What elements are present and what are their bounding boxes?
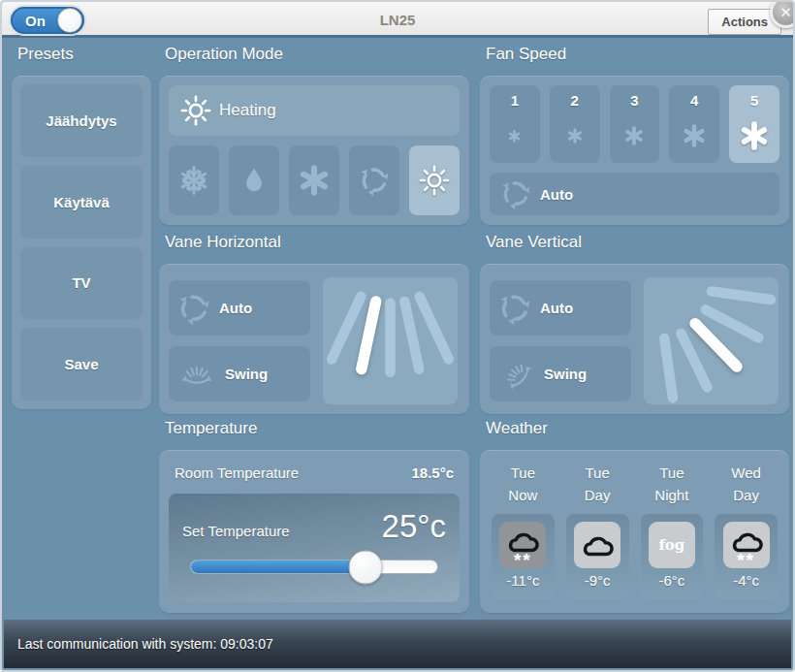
vane-bar[interactable]: [712, 291, 771, 300]
vane-vertical-title: Vane Vertical: [486, 233, 789, 254]
asterisk-icon: [740, 109, 769, 163]
vane-vertical-auto-button[interactable]: Auto: [490, 280, 631, 336]
vane-vertical-swing-button[interactable]: Swing: [490, 346, 631, 401]
fan-auto-button[interactable]: Auto: [490, 173, 779, 215]
fan-speed-button-5[interactable]: 5: [729, 85, 779, 163]
asterisk-icon: [683, 109, 706, 163]
weather-title: Weather: [486, 419, 789, 440]
temperature-slider[interactable]: [190, 560, 438, 574]
weather-panel: TueNow ** -11°c TueDay: [480, 450, 789, 613]
fan-speed-button-3[interactable]: 3: [610, 85, 660, 163]
vane-bar[interactable]: [332, 297, 361, 360]
mode-button-dry[interactable]: [229, 145, 279, 215]
fan-speed-number: 5: [750, 92, 758, 109]
presets-section: Presets Jäähdytys Käytävä TV Save: [12, 45, 151, 409]
vane-bar[interactable]: [706, 309, 759, 337]
preset-button-tv[interactable]: TV: [20, 247, 143, 320]
vane-bar[interactable]: [681, 334, 707, 388]
weather-temp: -6°c: [658, 572, 684, 589]
vane-vertical-section: Vane Vertical Auto Swing: [480, 233, 789, 414]
vane-horizontal-panel: Auto Swing: [159, 264, 469, 414]
content-area: Presets Jäähdytys Käytävä TV Save Operat…: [4, 41, 791, 620]
room-temperature-row: Room Temperature 18.5°c: [169, 460, 460, 481]
vane-bar[interactable]: [420, 297, 449, 360]
weather-col-header: TueNight: [654, 462, 688, 514]
weather-temp: -9°c: [585, 572, 611, 589]
power-toggle[interactable]: On: [11, 7, 84, 34]
weather-col-header: WedDay: [731, 462, 761, 514]
swing-icon: [499, 360, 534, 389]
fan-speed-number: 2: [571, 92, 579, 109]
title-bar: On LN25 Actions ✕: [2, 2, 793, 38]
fan-speed-button-2[interactable]: 2: [550, 85, 600, 163]
power-toggle-label: On: [13, 13, 46, 29]
fan-speed-section: Fan Speed 1 2 3 4: [480, 45, 789, 225]
current-mode-display: Heating: [169, 85, 460, 136]
mode-button-auto[interactable]: [349, 145, 399, 215]
weather-tile: fog -6°c: [641, 514, 704, 599]
preset-button-save[interactable]: Save: [20, 328, 143, 400]
vane-horizontal-swing-label: Swing: [225, 366, 268, 382]
presets-panel: Jäähdytys Käytävä TV Save: [12, 76, 151, 409]
preset-button-kaytava[interactable]: Käytävä: [20, 166, 143, 239]
vane-horizontal-controls: Auto Swing: [169, 280, 310, 404]
window-title: LN25: [2, 2, 793, 38]
vane-bar[interactable]: [664, 338, 673, 398]
vane-horizontal-swing-button[interactable]: Swing: [169, 346, 310, 401]
mode-button-fan[interactable]: [289, 145, 339, 215]
fan-auto-label: Auto: [540, 186, 573, 203]
fan-speed-buttons-row: 1 2 3 4 5: [490, 85, 779, 163]
mode-button-cooling[interactable]: [169, 145, 219, 215]
vane-horizontal-position-display[interactable]: [323, 277, 458, 404]
cycle-icon: [360, 166, 389, 195]
cloud-snow-icon: **: [499, 522, 546, 568]
current-mode-label: Heating: [219, 101, 276, 120]
presets-title: Presets: [17, 45, 151, 66]
vane-vertical-panel: Auto Swing: [480, 264, 789, 414]
asterisk-icon: [299, 165, 330, 196]
vane-bar-selected[interactable]: [695, 324, 737, 367]
fan-speed-number: 3: [630, 92, 638, 109]
vane-vertical-controls: Auto Swing: [490, 280, 631, 404]
snow-marks: **: [723, 550, 770, 571]
weather-tile: ** -11°c: [492, 514, 555, 599]
cycle-icon: [501, 179, 530, 208]
fan-speed-panel: 1 2 3 4 5: [480, 76, 789, 225]
mode-button-heating[interactable]: [409, 145, 460, 215]
fan-speed-number: 4: [690, 92, 698, 109]
operation-mode-title: Operation Mode: [165, 45, 469, 66]
vane-bar-selected[interactable]: [362, 302, 376, 369]
fan-speed-title: Fan Speed: [486, 45, 789, 66]
set-temperature-value: 25°c: [382, 508, 446, 545]
operation-mode-panel: Heating: [159, 76, 469, 225]
operation-mode-section: Operation Mode Heating: [159, 45, 469, 225]
preset-button-jaahdytys[interactable]: Jäähdytys: [20, 84, 143, 157]
temperature-slider-thumb[interactable]: [349, 550, 383, 584]
asterisk-icon: [624, 109, 644, 163]
fan-speed-number: 1: [511, 92, 519, 109]
vane-horizontal-auto-button[interactable]: Auto: [169, 280, 310, 336]
weather-tile: -9°c: [566, 514, 629, 599]
vane-bar[interactable]: [404, 302, 419, 369]
mode-buttons-row: [169, 145, 460, 215]
vane-vertical-swing-label: Swing: [544, 366, 587, 382]
temperature-title: Temperature: [165, 419, 469, 440]
fan-speed-button-4[interactable]: 4: [669, 85, 719, 163]
fan-speed-button-1[interactable]: 1: [490, 85, 540, 163]
weather-col-tue-night: TueNight fog -6°c: [641, 459, 704, 604]
last-communication-text: Last communication with system: 09:03:07: [17, 636, 273, 652]
status-bar: Last communication with system: 09:03:07: [4, 620, 791, 668]
asterisk-icon: [567, 109, 583, 163]
drop-icon: [239, 166, 269, 195]
temperature-slider-fill: [191, 560, 366, 573]
weather-col-header: TueNow: [508, 462, 537, 514]
cloud-icon: [574, 522, 620, 568]
swing-icon: [178, 361, 215, 388]
cycle-icon: [178, 293, 209, 324]
vane-horizontal-auto-label: Auto: [219, 300, 252, 316]
weather-col-tue-now: TueNow ** -11°c: [492, 459, 555, 604]
vane-vertical-position-display[interactable]: [644, 277, 779, 404]
room-temperature-value: 18.5°c: [411, 464, 454, 481]
set-temperature-label: Set Temperature: [182, 523, 290, 539]
weather-section: Weather TueNow ** -11°c: [480, 419, 789, 613]
